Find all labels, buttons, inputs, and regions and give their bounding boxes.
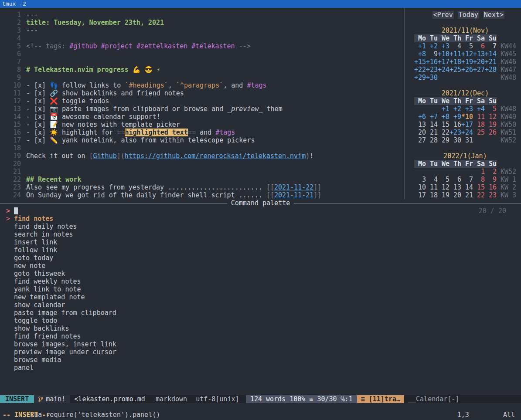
calendar-day[interactable]: +2 <box>426 42 438 50</box>
calendar-day[interactable]: +12 <box>461 50 473 58</box>
calendar-day[interactable]: +2 <box>449 105 461 113</box>
calendar-day[interactable]: 13 <box>414 121 426 129</box>
calendar-day[interactable]: +6 <box>414 113 426 121</box>
editor-line[interactable]: 17- [x] ✏️ yank notelink, also from with… <box>0 136 404 144</box>
calendar-day[interactable]: 31 <box>461 136 473 144</box>
editor-line[interactable]: 24On Sunday we got rid of the daily find… <box>0 191 404 199</box>
palette-item[interactable]: toggle todo <box>0 317 521 325</box>
calendar-day[interactable]: +26 <box>461 66 473 74</box>
calendar-day[interactable]: +29 <box>414 74 426 81</box>
editor-line[interactable]: 18 <box>0 144 404 152</box>
editor-line[interactable]: 21 <box>0 168 404 176</box>
calendar-day[interactable]: 28 <box>426 136 438 144</box>
calendar-day[interactable]: 16 <box>449 121 461 129</box>
editor-line[interactable]: 20 <box>0 160 404 168</box>
calendar-day[interactable]: 9 <box>426 50 438 58</box>
editor-line[interactable]: 5<!-- tags: #github #project #zettelkast… <box>0 42 404 50</box>
calendar-day[interactable]: +19 <box>461 58 473 66</box>
calendar-day[interactable]: +3 <box>438 42 449 50</box>
calendar-day[interactable]: 13 <box>449 183 461 191</box>
calendar-day[interactable]: 15 <box>438 121 449 129</box>
editor-line[interactable]: 6 <box>0 50 404 58</box>
calendar-day[interactable]: 6 <box>449 176 461 183</box>
palette-item[interactable]: browse media <box>0 356 521 364</box>
calendar-day[interactable]: +16 <box>426 58 438 66</box>
editor-line[interactable]: 1--- <box>0 11 404 19</box>
calendar-day[interactable]: +1 <box>414 42 426 50</box>
calendar-day[interactable]: 4 <box>449 42 461 50</box>
calendar-day[interactable]: 17 <box>414 191 426 199</box>
calendar-day[interactable]: 23 <box>485 191 497 199</box>
editor-line[interactable]: 15- [x] 📝 new notes with template picker <box>0 121 404 129</box>
calendar-day[interactable]: 5 <box>438 176 449 183</box>
palette-item[interactable]: goto today <box>0 254 521 262</box>
calendar-day[interactable]: 20 <box>414 129 426 136</box>
calendar-day[interactable]: +28 <box>485 66 497 74</box>
editor-line[interactable]: 13- [x] 📷 paste images from clipboard or… <box>0 105 404 113</box>
calendar-day[interactable]: 2 <box>485 168 497 176</box>
calendar-day[interactable]: 22 <box>473 191 485 199</box>
calendar-day[interactable]: +1 <box>438 105 449 113</box>
palette-item[interactable]: show backlinks <box>0 325 521 332</box>
calendar-today-button[interactable]: Today <box>458 11 479 19</box>
calendar-day[interactable]: 7 <box>461 176 473 183</box>
palette-item[interactable]: paste image from clipboard <box>0 309 521 317</box>
calendar-day[interactable]: +23 <box>426 66 438 74</box>
palette-item[interactable]: find weekly notes <box>0 278 521 285</box>
calendar-day[interactable]: 16 <box>485 183 497 191</box>
calendar-day[interactable]: 1 <box>473 168 485 176</box>
palette-item[interactable]: goto thisweek <box>0 270 521 278</box>
calendar-day[interactable]: 11 <box>473 113 485 121</box>
calendar-day[interactable]: +8 <box>414 50 426 58</box>
calendar-day[interactable]: 4 <box>426 176 438 183</box>
calendar-day[interactable]: 27 <box>414 136 426 144</box>
calendar-day[interactable]: 19 <box>485 121 497 129</box>
calendar-day[interactable]: 9 <box>485 176 497 183</box>
editor-line[interactable]: 2title: Tuesday, November 23th, 2021 <box>0 19 404 27</box>
palette-item[interactable]: search in notes <box>0 230 521 238</box>
palette-item[interactable]: yank link to note <box>0 285 521 293</box>
calendar-day[interactable]: +14 <box>485 50 497 58</box>
calendar-day[interactable]: 11 <box>426 183 438 191</box>
palette-prompt[interactable]: > 20 / 20 <box>0 207 521 215</box>
command-line[interactable]: :lua require('telekasten').panel() <box>0 403 521 411</box>
palette-item[interactable]: browse images, insert link <box>0 340 521 348</box>
calendar-day[interactable]: +24 <box>438 66 449 74</box>
editor-line[interactable]: 7 <box>0 58 404 66</box>
editor-line[interactable]: 10- [x] 👣 follow links to `#headings`, `… <box>0 81 404 89</box>
editor-line[interactable]: 19Check it out on [Github](https://githu… <box>0 152 404 160</box>
palette-item[interactable]: insert link <box>0 238 521 246</box>
editor-line[interactable]: 12- [x] ❌ toggle todos <box>0 97 404 105</box>
calendar-day[interactable]: 5 <box>461 42 473 50</box>
editor-line[interactable]: 23Also see my progress from yesterday ..… <box>0 183 404 191</box>
calendar-day[interactable]: +25 <box>449 66 461 74</box>
calendar-day[interactable]: +20 <box>473 58 485 66</box>
calendar-day[interactable]: 14 <box>426 121 438 129</box>
calendar-day[interactable]: 12 <box>485 113 497 121</box>
palette-item[interactable]: find daily notes <box>0 223 521 230</box>
calendar-day[interactable]: 15 <box>473 183 485 191</box>
palette-item[interactable]: show calendar <box>0 301 521 309</box>
editor-line[interactable]: 14- [x] 📅 awesome calendar support! <box>0 113 404 121</box>
calendar-day[interactable]: +8 <box>438 113 449 121</box>
calendar-day[interactable]: 10 <box>414 183 426 191</box>
calendar-day[interactable]: 30 <box>449 136 461 144</box>
palette-item[interactable]: preview image under cursor <box>0 348 521 356</box>
editor-window[interactable]: 1---2title: Tuesday, November 23th, 2021… <box>0 8 404 199</box>
calendar-day[interactable]: +7 <box>426 113 438 121</box>
palette-item-selected[interactable]: >find notes <box>0 215 521 223</box>
calendar-day[interactable]: +24 <box>461 129 473 136</box>
calendar-day[interactable]: 29 <box>438 136 449 144</box>
calendar-day[interactable]: +10 <box>438 50 449 58</box>
editor-line[interactable]: 16- [x] ☀️ highlight for ==highlighted t… <box>0 129 404 136</box>
editor-line[interactable]: 11- [x] 🔗 show backlinks and friend note… <box>0 89 404 97</box>
editor-line[interactable]: 9 <box>0 74 404 81</box>
palette-item[interactable]: find friend notes <box>0 332 521 340</box>
editor-line[interactable]: 8# Telekasten.nvim progress 💪 😎 ⚡ <box>0 66 404 74</box>
calendar-day[interactable]: *10 <box>461 113 473 121</box>
calendar-day[interactable]: 20 <box>449 191 461 199</box>
calendar-day[interactable]: +9 <box>449 113 461 121</box>
calendar-day[interactable]: +3 <box>461 105 473 113</box>
calendar-day[interactable]: +23 <box>449 129 461 136</box>
calendar-day[interactable]: 25 <box>473 129 485 136</box>
